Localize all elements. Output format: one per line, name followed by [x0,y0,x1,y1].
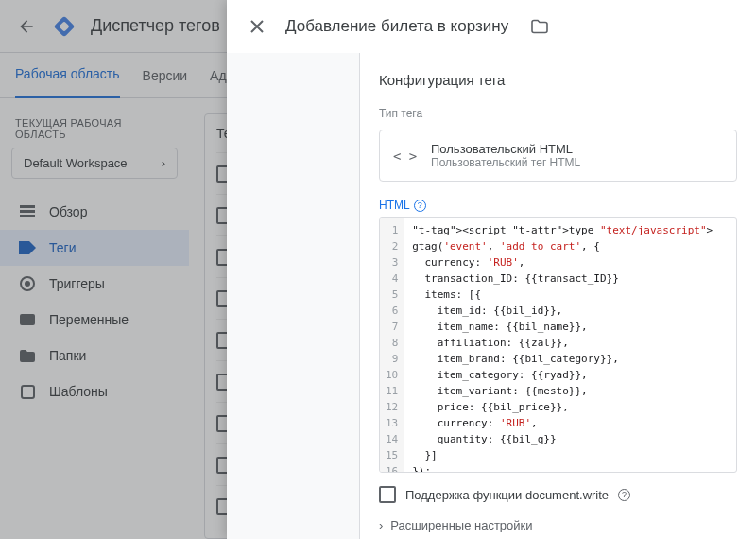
html-field-label: HTML ? [379,199,737,212]
tag-type-selector[interactable]: < > Пользовательский HTML Пользовательск… [379,130,737,182]
help-icon[interactable]: ? [618,489,630,501]
help-icon[interactable]: ? [414,200,426,212]
close-icon[interactable] [246,15,268,38]
chevron-right-icon: › [379,518,383,532]
panel-header: Добавление билета в корзину [227,0,756,53]
advanced-settings-toggle[interactable]: › Расширенные настройки [379,518,737,532]
line-gutter: 1234567891011121314151617 [380,218,404,472]
document-write-checkbox[interactable] [379,486,396,503]
config-heading: Конфигурация тега [379,72,737,88]
tag-type-sub: Пользовательский тег HTML [431,156,580,169]
document-write-label: Поддержка функции document.write [405,488,609,502]
code-brackets-icon: < > [393,148,416,164]
tag-config-card: Конфигурация тега Тип тега < > Пользоват… [359,53,756,539]
tag-type-name: Пользовательский HTML [431,142,580,156]
code-content[interactable]: "t-tag"><script "t-attr">type "text/java… [404,218,720,472]
advanced-label: Расширенные настройки [390,518,532,532]
code-editor[interactable]: 1234567891011121314151617 "t-tag"><scrip… [379,217,737,473]
folder-outline-icon[interactable] [531,18,548,35]
tag-editor-panel: Добавление билета в корзину Конфигурация… [227,0,756,539]
panel-title: Добавление билета в корзину [285,17,508,36]
tag-type-label: Тип тега [379,107,737,120]
